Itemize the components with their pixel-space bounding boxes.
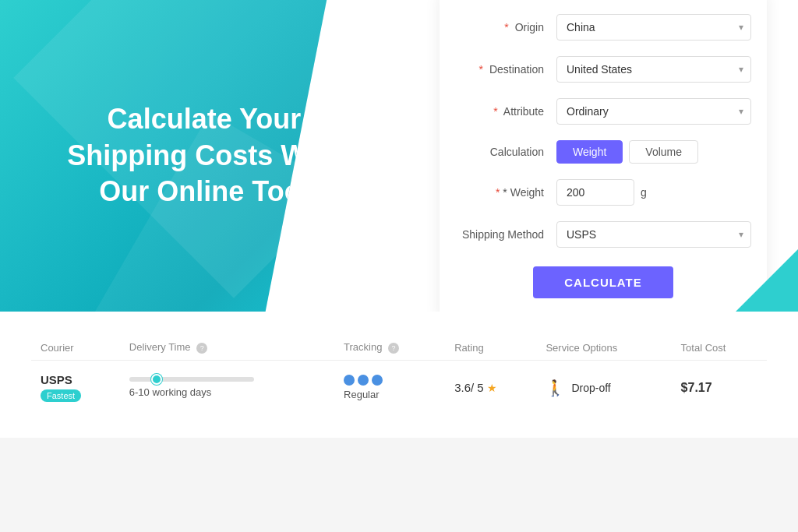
calculation-row: Calculation Weight Volume	[455, 140, 751, 164]
rating-value: 3.6/ 5	[454, 381, 484, 394]
total-cost-value: $7.17	[681, 381, 712, 394]
delivery-bar	[129, 377, 325, 382]
calculation-label: Calculation	[455, 146, 556, 158]
results-table: Courier Delivery Time ? Tracking ? Ratin…	[31, 335, 767, 414]
weight-row: * * Weight g	[455, 179, 751, 206]
weight-input-group: g	[556, 179, 647, 206]
delivery-days-text: 6-10 working days	[129, 386, 325, 398]
col-header-service: Service Options	[536, 335, 671, 361]
weight-label: * * Weight	[455, 186, 556, 199]
attribute-label: * Attribute	[455, 105, 556, 118]
shipping-method-select[interactable]: USPS	[556, 221, 751, 248]
table-row: USPS Fastest 6-10 working days	[31, 361, 767, 415]
delivery-bar-track	[129, 377, 254, 382]
courier-cell: USPS Fastest	[31, 361, 120, 415]
origin-select-wrapper: China	[556, 14, 751, 41]
attribute-row: * Attribute Ordinary	[455, 98, 751, 125]
destination-row: * Destination United States	[455, 56, 751, 83]
tracking-dot-2	[358, 375, 369, 386]
shipping-method-select-wrapper: USPS	[556, 221, 751, 248]
courier-name: USPS	[41, 373, 111, 386]
top-section: Calculate Your Shipping Costs With Our O…	[0, 0, 798, 312]
col-header-cost: Total Cost	[672, 335, 767, 361]
calculate-button[interactable]: CALCULATE	[533, 266, 673, 298]
dropoff-person-icon: 🚶	[546, 379, 565, 397]
origin-row: * Origin China	[455, 14, 751, 41]
table-header-row: Courier Delivery Time ? Tracking ? Ratin…	[31, 335, 767, 361]
destination-select-wrapper: United States	[556, 56, 751, 83]
attribute-select[interactable]: Ordinary	[556, 98, 751, 125]
tracking-cell: Regular	[334, 361, 445, 415]
weight-input[interactable]	[556, 179, 634, 206]
service-option: 🚶 Drop-off	[546, 379, 662, 397]
weight-unit: g	[641, 186, 647, 199]
service-cell: 🚶 Drop-off	[536, 361, 671, 415]
hero-title: Calculate Your Shipping Costs With Our O…	[67, 101, 341, 210]
destination-select[interactable]: United States	[556, 56, 751, 83]
tracking-dots	[344, 375, 436, 386]
cost-cell: $7.17	[672, 361, 767, 415]
service-option-label: Drop-off	[571, 382, 610, 394]
hero-text-block: Calculate Your Shipping Costs With Our O…	[67, 101, 341, 210]
col-header-tracking: Tracking ?	[334, 335, 445, 361]
col-header-rating: Rating	[445, 335, 536, 361]
star-icon: ★	[487, 382, 497, 394]
hero-panel: Calculate Your Shipping Costs With Our O…	[0, 0, 408, 312]
delivery-time-info-icon[interactable]: ?	[196, 343, 207, 354]
origin-select[interactable]: China	[556, 14, 751, 41]
fastest-badge: Fastest	[41, 389, 81, 402]
shipping-method-label: Shipping Method	[455, 228, 556, 241]
weight-toggle-btn[interactable]: Weight	[556, 140, 623, 164]
calc-form: * Origin China * Destination United S	[440, 0, 767, 312]
results-section: Courier Delivery Time ? Tracking ? Ratin…	[0, 312, 798, 438]
shipping-method-row: Shipping Method USPS	[455, 221, 751, 248]
volume-toggle-btn[interactable]: Volume	[629, 140, 698, 164]
col-header-courier: Courier	[31, 335, 120, 361]
origin-label: * Origin	[455, 21, 556, 33]
col-header-delivery: Delivery Time ?	[120, 335, 334, 361]
attribute-select-wrapper: Ordinary	[556, 98, 751, 125]
calculation-toggle-group: Weight Volume	[556, 140, 698, 164]
calculator-panel: * Origin China * Destination United S	[408, 0, 798, 312]
delivery-bar-indicator	[151, 374, 162, 385]
tracking-type-label: Regular	[344, 389, 436, 400]
tracking-dot-3	[372, 375, 383, 386]
destination-label: * Destination	[455, 63, 556, 76]
tracking-dot-1	[344, 375, 355, 386]
rating-cell: 3.6/ 5 ★	[445, 361, 536, 415]
tracking-info-icon[interactable]: ?	[388, 343, 399, 354]
delivery-time-cell: 6-10 working days	[120, 361, 334, 415]
